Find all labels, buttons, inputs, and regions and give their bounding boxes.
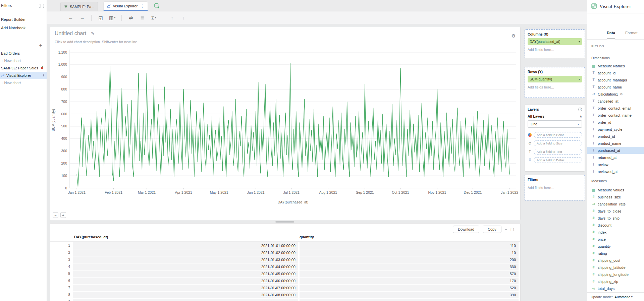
cell-quantity[interactable]: 520 xyxy=(300,285,519,291)
add-field-text_mark-target[interactable]: Add a field to Text xyxy=(534,149,582,155)
field-index[interactable]: #index xyxy=(587,229,644,236)
expand-table-icon[interactable]: ▢ xyxy=(511,227,514,232)
edit-title-icon[interactable]: ✎ xyxy=(91,31,94,36)
panel-splitter[interactable] xyxy=(47,220,523,223)
field-review[interactable]: Treview xyxy=(587,161,644,168)
duplicate-chart-button[interactable]: ◱ xyxy=(96,13,105,22)
add-chart-button[interactable]: + xyxy=(39,43,42,48)
table-row[interactable]: 92021-01-09 00:00:00100 xyxy=(50,299,520,301)
field-shipping_zip[interactable]: #shipping_zip xyxy=(587,278,644,285)
chart-title[interactable]: Untitled chart xyxy=(55,31,86,37)
field-account_id[interactable]: Taccount_id xyxy=(587,69,644,76)
cell-date[interactable]: 2021-01-02 00:00:00 xyxy=(73,249,298,256)
aggregate-button[interactable]: Σ▾ xyxy=(149,13,158,22)
field-discount[interactable]: #discount xyxy=(587,222,644,229)
cell-date[interactable]: 2021-01-07 00:00:00 xyxy=(73,285,298,291)
sidebar-item-bad-orders[interactable]: Bad Orders xyxy=(0,50,47,57)
table-row[interactable]: 32021-01-03 00:00:00200 xyxy=(50,256,520,263)
cell-date[interactable]: 2021-01-03 00:00:00 xyxy=(73,256,298,263)
table-row[interactable]: 72021-01-07 00:00:00520 xyxy=(50,285,520,291)
field-days_to_ship[interactable]: #days_to_ship xyxy=(587,215,644,222)
tab-format[interactable]: Format xyxy=(625,31,637,39)
chart-settings-gear-icon[interactable]: ⚙ xyxy=(511,33,516,39)
cell-date[interactable]: 2021-01-08 00:00:00 xyxy=(73,292,298,298)
history-forward-button[interactable]: → xyxy=(78,13,87,22)
sidebar-item-new-chart-1[interactable]: + New chart xyxy=(0,57,47,64)
field-product_id[interactable]: Tproduct_id xyxy=(587,133,644,140)
field-reviewed_at[interactable]: Treviewed_at xyxy=(587,168,644,175)
table-row[interactable]: 62021-01-06 00:00:00170 xyxy=(50,278,520,284)
field-cancellation_rate[interactable]: =#cancellation_rate xyxy=(587,200,644,207)
swap-axes-button[interactable]: ⇄ xyxy=(126,13,135,22)
table-row[interactable]: 12021-01-01 00:00:00110 xyxy=(50,242,520,249)
field-Measure Names[interactable]: ▦Measure Names xyxy=(587,62,644,69)
column-header-quantity[interactable]: quantity xyxy=(300,235,314,239)
chevron-down-icon[interactable]: ▾ xyxy=(579,78,580,81)
cell-date[interactable]: 2021-01-05 00:00:00 xyxy=(73,270,298,277)
add-field-color-target[interactable]: Add a field to Color xyxy=(534,132,582,138)
pill-sum-quantity[interactable]: SUM(quantity) ▾ xyxy=(528,76,582,82)
table-row[interactable]: 22021-01-02 00:00:0010 xyxy=(50,249,520,256)
sidebar-item-add-notebook[interactable]: Add Notebook xyxy=(0,24,47,32)
download-button[interactable]: Download xyxy=(453,226,479,233)
column-header-date[interactable]: DAY(purchased_at) xyxy=(74,235,108,239)
columns-shelf[interactable]: Columns (X) DAY(purchased_at) ▾ Add fiel… xyxy=(525,29,585,58)
zoom-out-button[interactable]: − xyxy=(53,212,58,218)
info-icon[interactable]: i xyxy=(578,108,582,111)
table-row[interactable]: 52021-01-05 00:00:00570 xyxy=(50,270,520,277)
cell-date[interactable]: 2021-01-01 00:00:00 xyxy=(73,242,298,249)
field-quantity[interactable]: #quantity xyxy=(587,243,644,250)
field-business_size[interactable]: #business_size xyxy=(587,193,644,200)
splitter-drag-handle[interactable] xyxy=(275,221,294,223)
update-mode-select[interactable]: Automatic ▾ xyxy=(614,295,633,299)
field-payment_cycle[interactable]: Tpayment_cycle xyxy=(587,126,644,133)
cell-quantity[interactable]: 200 xyxy=(300,256,519,263)
rows-shelf[interactable]: Rows (Y) SUM(quantity) ▾ Add fields here… xyxy=(525,67,585,98)
field-returned_at[interactable]: Treturned_at xyxy=(587,154,644,161)
filters-shelf[interactable]: Filters Add fields here... xyxy=(525,175,585,200)
sidebar-item-report-builder[interactable]: Report Builder xyxy=(0,15,47,24)
tab-sample-paper-sales[interactable]: SAMPLE: Pa... xyxy=(60,2,98,11)
field-days_to_close[interactable]: #days_to_close xyxy=(587,207,644,215)
cell-quantity[interactable]: 100 xyxy=(300,299,519,301)
field-rating[interactable]: #rating xyxy=(587,250,644,257)
series-line[interactable] xyxy=(77,63,509,187)
sidebar-item-sample-paper-sales[interactable]: SAMPLE: Paper Sales xyxy=(0,64,47,72)
field-purchased_at[interactable]: Tpurchased_at xyxy=(587,147,644,154)
collapse-sidebar-icon[interactable] xyxy=(39,4,44,8)
field-price[interactable]: #price xyxy=(587,236,644,243)
cell-quantity[interactable]: 170 xyxy=(300,278,519,284)
copy-button[interactable]: Copy xyxy=(483,226,501,233)
tab-menu-icon[interactable]: ⋮ xyxy=(140,4,144,8)
sidebar-item-visual-explorer[interactable]: Visual Explorer ⋮ xyxy=(0,72,47,79)
line-chart-plot[interactable]: 01002003004005006007008009001,0001,100Ja… xyxy=(50,47,520,216)
chevron-down-icon[interactable]: ▾ xyxy=(579,40,580,43)
table-row[interactable]: 42021-01-04 00:00:00330 xyxy=(50,263,520,270)
cell-date[interactable]: 2021-01-04 00:00:00 xyxy=(73,263,298,270)
history-back-button[interactable]: ← xyxy=(66,13,75,22)
cell-quantity[interactable]: 390 xyxy=(300,292,519,298)
field-cancelled_at[interactable]: Tcancelled_at xyxy=(587,98,644,105)
collapse-table-icon[interactable]: − xyxy=(505,227,507,232)
cell-date[interactable]: 2021-01-06 00:00:00 xyxy=(73,278,298,284)
field-shipping_cost[interactable]: #shipping_cost xyxy=(587,257,644,264)
new-view-button[interactable] xyxy=(153,2,161,10)
cell-quantity[interactable]: 10 xyxy=(300,249,519,256)
all-layers-row[interactable]: All Layers ∧ xyxy=(525,113,585,120)
cell-quantity[interactable]: 570 xyxy=(300,270,519,277)
tab-data[interactable]: Data xyxy=(607,31,615,39)
pill-day-purchased-at[interactable]: DAY(purchased_at) ▾ xyxy=(528,38,582,45)
chart-type-button[interactable]: ▥▾ xyxy=(108,13,117,22)
mark-type-select[interactable]: Line ▾ xyxy=(528,120,582,128)
field-order_contact_email[interactable]: Torder_contact_email xyxy=(587,105,644,112)
field-account_manager[interactable]: Taccount_manager xyxy=(587,76,644,83)
field-total_days[interactable]: =#total_days xyxy=(587,285,644,292)
cell-date[interactable]: 2021-01-09 00:00:00 xyxy=(73,299,298,301)
table-row[interactable]: 82021-01-08 00:00:00390 xyxy=(50,292,520,298)
field-shipping_longitude[interactable]: #shipping_longitude xyxy=(587,271,644,278)
field-account_name[interactable]: Taccount_name xyxy=(587,83,644,91)
field-Calculation1[interactable]: =TCalculation1⚙ xyxy=(587,91,644,98)
field-order_contact_name[interactable]: Torder_contact_name xyxy=(587,112,644,119)
tab-visual-explorer[interactable]: Visual Explorer ⋮ xyxy=(103,1,148,11)
field-shipping_latitude[interactable]: #shipping_latitude xyxy=(587,264,644,271)
